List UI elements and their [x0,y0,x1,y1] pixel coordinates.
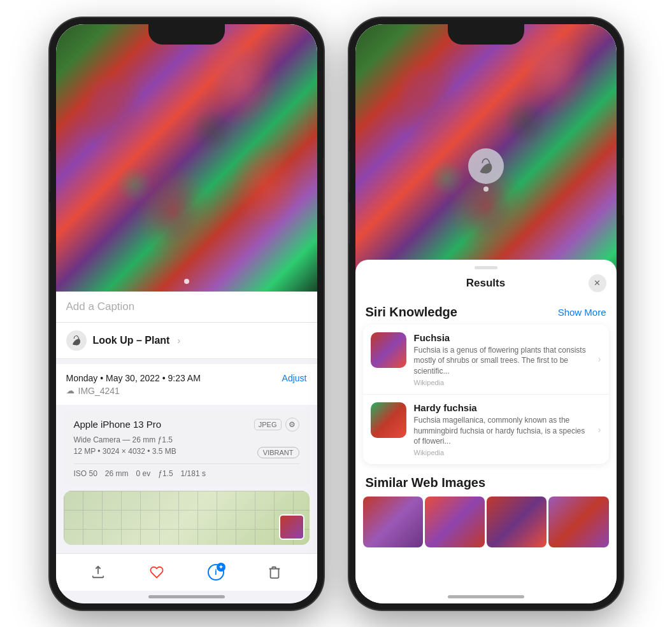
hardy-fuchsia-chevron: › [598,425,601,435]
file-row: ☁ IMG_4241 [66,386,307,396]
date-row: Monday • May 30, 2022 • 9:23 AM Adjust [66,373,307,383]
iso-value: ISO 50 [74,469,97,478]
show-more-button[interactable]: Show More [558,307,606,318]
settings-icon[interactable]: ⚙ [285,418,299,432]
flower-photo-left[interactable] [56,24,317,292]
shutter-value: 1/181 s [181,469,206,478]
caption-area[interactable]: Add a Caption [56,292,317,323]
right-mute-button [349,120,350,140]
notch [148,24,225,45]
panel-handle [475,266,497,269]
knowledge-item-fuchsia[interactable]: Fuchsia Fuchsia is a genus of flowering … [363,325,609,395]
knowledge-card: Fuchsia Fuchsia is a genus of flowering … [363,325,609,465]
lookup-chevron: › [177,335,180,346]
file-name: IMG_4241 [78,386,120,396]
right-home-indicator [448,595,524,598]
info-circle: i ✦ [208,564,224,581]
fuchsia-chevron: › [598,354,601,364]
left-screen: Add a Caption Look Up – Plant › Mon [56,24,317,603]
similar-image-4[interactable] [548,497,608,547]
fuchsia-name: Fuchsia [414,332,590,343]
lens-info: Wide Camera — 26 mm ƒ1.5 [74,435,299,444]
knowledge-item-hardy-fuchsia[interactable]: Hardy fuchsia Fuchsia magellanica, commo… [363,395,609,464]
similar-images-title: Similar Web Images [355,470,617,497]
hardy-fuchsia-name: Hardy fuchsia [414,402,590,413]
hardy-fuchsia-content: Hardy fuchsia Fuchsia magellanica, commo… [414,402,590,456]
style-badge: VIBRANT [257,447,299,458]
ev-value: 0 ev [136,469,151,478]
power-button [323,158,324,215]
siri-dot [483,187,489,192]
results-title: Results [466,277,505,290]
aperture-value: ƒ1.5 [158,469,173,478]
info-button[interactable]: i ✦ [206,563,225,582]
right-screen: Results ✕ Siri Knowledge Show More Fuchs… [355,24,617,603]
results-header: Results ✕ [355,272,617,297]
left-screen-content: Add a Caption Look Up – Plant › Mon [56,24,317,603]
map-preview[interactable] [64,491,310,545]
camera-model-row: Apple iPhone 13 Pro JPEG ⚙ [74,418,299,432]
cloud-icon: ☁ [66,386,75,395]
siri-knowledge-header: Siri Knowledge Show More [355,297,617,325]
hardy-fuchsia-source: Wikipedia [414,449,590,456]
flower-overlay [56,24,317,292]
right-screen-content: Results ✕ Siri Knowledge Show More Fuchs… [355,24,617,603]
siri-lookup-button[interactable] [468,148,504,184]
left-phone: Add a Caption Look Up – Plant › Mon [50,18,324,610]
adjust-button[interactable]: Adjust [282,373,307,383]
favorite-button[interactable] [147,563,166,582]
right-notch [448,24,524,45]
results-panel: Results ✕ Siri Knowledge Show More Fuchs… [355,260,617,603]
lookup-icon [66,330,87,351]
similar-image-2[interactable] [425,497,485,547]
fuchsia-thumbnail [371,332,406,368]
photo-info-section: Monday • May 30, 2022 • 9:23 AM Adjust ☁… [56,364,317,405]
volume-down-button [50,202,50,243]
right-volume-down-button [349,202,350,243]
info-badge: ✦ [217,563,225,572]
map-thumbnail [279,514,304,540]
right-power-button [622,158,623,215]
focal-value: 26 mm [105,469,129,478]
caption-placeholder[interactable]: Add a Caption [66,300,135,313]
format-badge: JPEG [254,419,282,430]
resolution-info: 12 MP • 3024 × 4032 • 3.5 MB [74,447,176,456]
siri-knowledge-title: Siri Knowledge [366,305,457,320]
right-volume-up-button [349,151,350,192]
delete-button[interactable] [265,563,284,582]
mute-button [50,120,50,140]
map-grid [64,491,310,545]
hardy-fuchsia-description: Fuchsia magellanica, commonly known as t… [414,415,590,447]
home-indicator [148,595,225,598]
photo-date: Monday • May 30, 2022 • 9:23 AM [66,373,201,383]
similar-images-row [355,497,617,547]
camera-model: Apple iPhone 13 Pro [74,419,162,430]
similar-image-1[interactable] [363,497,423,547]
lookup-row[interactable]: Look Up – Plant › [56,323,317,359]
fuchsia-description: Fuchsia is a genus of flowering plants t… [414,345,590,377]
camera-badges: JPEG ⚙ [254,418,299,432]
share-button[interactable] [89,563,108,582]
page-dot [184,279,189,284]
fuchsia-source: Wikipedia [414,379,590,386]
lookup-label: Look Up – Plant [93,335,170,346]
fuchsia-content: Fuchsia Fuchsia is a genus of flowering … [414,332,590,386]
right-phone: Results ✕ Siri Knowledge Show More Fuchs… [349,18,623,610]
exif-row: ISO 50 26 mm 0 ev ƒ1.5 1/181 s [74,463,299,478]
similar-image-3[interactable] [487,497,547,547]
resolution-row: 12 MP • 3024 × 4032 • 3.5 MB VIBRANT [74,447,299,458]
hardy-fuchsia-thumbnail [371,402,406,438]
close-button[interactable]: ✕ [589,274,606,292]
volume-up-button [50,151,50,192]
bottom-toolbar: i ✦ [56,553,317,591]
camera-section: Apple iPhone 13 Pro JPEG ⚙ Wide Camera —… [64,410,310,486]
